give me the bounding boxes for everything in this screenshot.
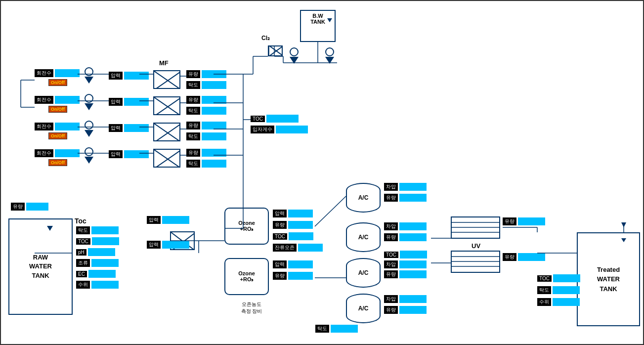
turbidity-mf-val-2 (202, 107, 226, 115)
flow-value (26, 203, 48, 211)
onoff-btn-3[interactable]: On/Off (48, 132, 67, 139)
flow-ozone2-val (288, 272, 313, 280)
onoff-btn-2[interactable]: On/Off (48, 106, 67, 113)
turbidity-mf-text-2: 탁도 (186, 107, 200, 115)
flow-uv-1-text: 유량 (503, 217, 516, 225)
turbidity-mf-3: 탁도 (186, 132, 226, 140)
mf-filter-3 (153, 123, 180, 141)
flow-ozone2: 유량 (273, 272, 313, 280)
flow-mf-text-2: 유량 (186, 96, 200, 104)
flow-ac2: 유량 (384, 233, 427, 241)
pressure-ozone-text: 압력 (273, 210, 287, 217)
flow-ozone-text: 유량 (273, 221, 287, 229)
flow-mf-text-3: 유량 (186, 122, 200, 129)
mf-filter-1 (153, 70, 180, 89)
algae-value-raw (91, 259, 119, 267)
svg-line-52 (315, 196, 346, 226)
turbidity-bottom-val (331, 325, 358, 333)
flow-text: 유량 (11, 203, 25, 211)
turbidity-value-raw (91, 226, 119, 234)
ph-text-raw: pH (76, 249, 86, 256)
turbidity-label-raw: 탁도 (76, 226, 119, 234)
pressure-mf-text-4: 압력 (109, 150, 123, 158)
pressure-ozone2-text: 압력 (273, 260, 287, 268)
pressure-mf-val-1 (124, 72, 149, 80)
residual-ozone: 잔류오존 (273, 244, 323, 252)
diff-pressure-ac2-val (399, 222, 427, 230)
flow-ozone-val (288, 221, 313, 229)
mf-label: MF (159, 59, 169, 67)
turbidity-treated-text: 탁도 (537, 286, 551, 294)
rotation-text-1: 회전수 (35, 69, 53, 77)
flow-ac1-text: 유량 (384, 194, 398, 202)
toc-treated-text: TOC (537, 275, 552, 282)
flow-ozone2-text: 유량 (273, 272, 287, 280)
turbidity-mf-2: 탁도 (186, 107, 226, 115)
pressure-ozone-val (288, 210, 313, 217)
pressure-value-left2 (162, 241, 189, 249)
rotation-value-1 (55, 69, 80, 77)
diff-pressure-ac3-val (399, 260, 427, 268)
flow-uv-2-text: 유량 (503, 253, 516, 261)
flow-ac3-text: 유량 (384, 270, 398, 278)
waterlevel-treated: 수위 (537, 298, 580, 306)
diff-pressure-ac4: 차압 (384, 295, 427, 303)
turbidity-mf-val-1 (202, 81, 226, 89)
rotation-text-4: 회전수 (35, 149, 53, 157)
flow-mf-val-4 (202, 149, 226, 157)
mf-filter-2 (153, 96, 180, 115)
flow-mf-val-1 (202, 70, 226, 78)
residual-ozone-val (298, 244, 323, 252)
flow-ac3: 유량 (384, 270, 427, 278)
svg-line-8 (154, 150, 180, 168)
rotation-label-2: 회전수 (35, 96, 80, 104)
flow-ac4-text: 유량 (384, 306, 398, 314)
diff-pressure-ac2-text: 차압 (384, 222, 398, 230)
process-diagram: RAWWATERTANK 유량 탁도 TOC pH 조류 EC 수위 압력 (0, 0, 644, 345)
toc-label-raw: TOC (76, 237, 119, 245)
treated-water-tank: TreatedWATERTANK (577, 232, 640, 326)
pressure-ozone2: 압력 (273, 260, 313, 268)
turbidity-text-raw: 탁도 (76, 226, 90, 234)
pressure-ozone: 압력 (273, 210, 313, 217)
pressure-ozone2-val (288, 260, 313, 268)
pressure-mf-text-1: 압력 (109, 72, 123, 80)
waterlevel-treated-text: 수위 (537, 298, 551, 306)
algae-text-raw: 조류 (76, 259, 90, 267)
ac-tank-2: A/C (346, 222, 381, 252)
toc-treated-val (553, 274, 580, 282)
rotation-text-2: 회전수 (35, 96, 53, 104)
toc-ozone-text: TOC (273, 233, 287, 240)
toc-mf-out: TOC (251, 115, 299, 123)
svg-line-2 (154, 71, 180, 89)
flow-ac4: 유량 (384, 306, 427, 314)
pressure-mf-val-2 (124, 98, 149, 106)
flow-uv-2: 유량 (503, 253, 545, 261)
pressure-text-left2: 압력 (147, 241, 161, 249)
diff-pressure-ac1-text: 차압 (384, 183, 398, 191)
flow-ac3-val (399, 270, 427, 278)
waterlevel-text-raw: 수위 (76, 281, 90, 289)
toc-value-raw (92, 237, 119, 245)
turbidity-mf-text-4: 탁도 (186, 160, 200, 168)
bw-water-level (327, 18, 332, 22)
flow-ac4-val (399, 306, 427, 314)
particle-mf-out-text: 입자게수 (251, 126, 274, 133)
pressure-label-left: 압력 (147, 216, 189, 224)
onoff-btn-4[interactable]: On/Off (48, 159, 67, 166)
raw-water-tank: RAWWATERTANK (8, 218, 73, 315)
diff-pressure-ac3: 차압 (384, 260, 427, 268)
particle-mf-out-val (276, 126, 308, 133)
toc-mf-out-text: TOC (251, 116, 265, 122)
ec-label-raw: EC (76, 270, 116, 278)
toc-ozone: TOC (273, 232, 313, 240)
algae-label-raw: 조류 (76, 259, 119, 267)
flow-mf-1: 유량 (186, 70, 226, 78)
bw-tank: B.WTANK (300, 10, 336, 42)
diff-pressure-ac4-val (399, 295, 427, 303)
turbidity-mf-val-3 (202, 132, 226, 140)
diff-pressure-ac3-text: 차압 (384, 260, 398, 268)
toc-treated: TOC (537, 274, 580, 282)
onoff-btn-1[interactable]: On/Off (48, 79, 67, 86)
ph-value-raw (88, 248, 115, 256)
